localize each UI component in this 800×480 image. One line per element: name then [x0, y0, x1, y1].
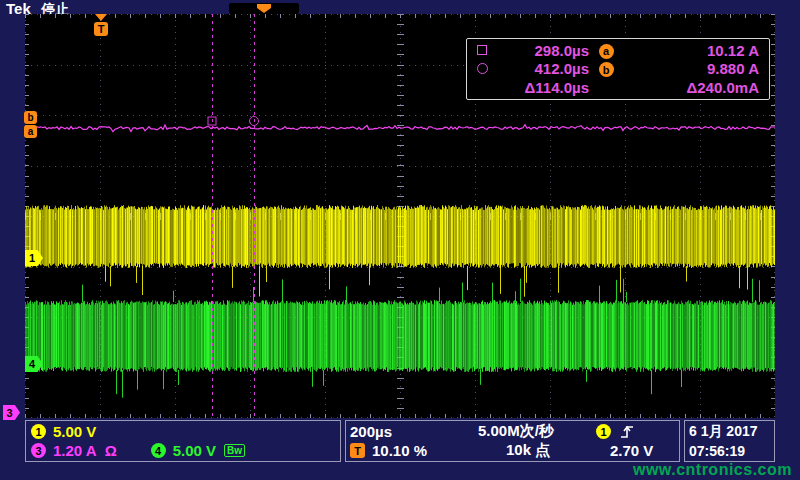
record-view-strip: [229, 3, 299, 14]
expansion-point-icon: [257, 4, 271, 13]
ch3-scale: 1.20 A: [53, 442, 97, 459]
cursor-b-time: 412.0µs: [493, 60, 589, 77]
channel-readout-box: 1 5.00 V 3 1.20 A Ω 4 5.00 V Bw: [25, 420, 341, 462]
ch1-scale: 5.00 V: [53, 423, 96, 440]
trigger-level: 2.70 V: [610, 442, 653, 459]
rising-edge-icon: [619, 424, 635, 440]
watermark: www.cntronics.com: [633, 461, 792, 479]
cursor-a-level-marker: a: [24, 125, 37, 138]
cursor-b-value: 9.880 A: [623, 60, 763, 77]
ch4-bandwidth-indicator: Bw: [224, 444, 245, 457]
cursor-delta-value: Δ240.0mA: [623, 79, 763, 96]
cursor-a-row: 298.0µs a 10.12 A: [471, 41, 763, 59]
graticule-area: T 298.0µs a 10.12 A 412.0µs b 9.880 A Δ1…: [25, 14, 775, 418]
cursor-delta-time: Δ114.0µs: [493, 79, 589, 96]
cursor-readout-box: 298.0µs a 10.12 A 412.0µs b 9.880 A Δ114…: [466, 38, 770, 100]
trigger-position-badge: T: [350, 443, 365, 458]
trigger-position-marker: T: [93, 14, 109, 36]
cursor-delta-row: Δ114.0µs Δ240.0mA: [471, 79, 763, 97]
ch3-coupling: Ω: [105, 442, 117, 459]
cursor-b-level-marker: b: [24, 111, 37, 124]
cursor-a-time: 298.0µs: [493, 42, 589, 59]
ch1-badge: 1: [31, 424, 46, 439]
record-length: 10k 点: [506, 441, 550, 460]
ch4-badge: 4: [151, 443, 166, 458]
horizontal-acquisition-box: 200µs T 10.10 % 5.00M次/秒 10k 点 1: [345, 420, 680, 462]
trigger-arrow-icon: [95, 14, 107, 21]
cursor-b-row: 412.0µs b 9.880 A: [471, 60, 763, 78]
datetime-box: 6 1月 2017 07:56:19: [684, 420, 775, 462]
oscilloscope-display: Tek 停止 T 298.0µs a 10.12 A 412.0µs b 9.8…: [0, 0, 800, 480]
ch3-badge: 3: [31, 443, 46, 458]
time-label: 07:56:19: [689, 443, 770, 459]
cursor-b-circle-icon: [477, 63, 488, 74]
timebase: 200µs: [350, 423, 392, 440]
ch4-scale: 5.00 V: [173, 442, 216, 459]
status-bar: 1 5.00 V 3 1.20 A Ω 4 5.00 V Bw 200µs T …: [0, 420, 800, 463]
sample-rate: 5.00M次/秒: [478, 422, 554, 441]
trigger-source-badge: 1: [596, 424, 611, 439]
ch3-ground-marker: 3: [3, 405, 20, 420]
cursor-a-badge: a: [599, 44, 614, 59]
cursor-b-badge: b: [599, 62, 614, 77]
cursor-a-value: 10.12 A: [623, 42, 763, 59]
trigger-t-badge: T: [94, 22, 108, 36]
trigger-position-percent: 10.10 %: [372, 442, 427, 459]
cursor-a-square-icon: [477, 45, 487, 55]
date-label: 6 1月 2017: [689, 423, 770, 441]
